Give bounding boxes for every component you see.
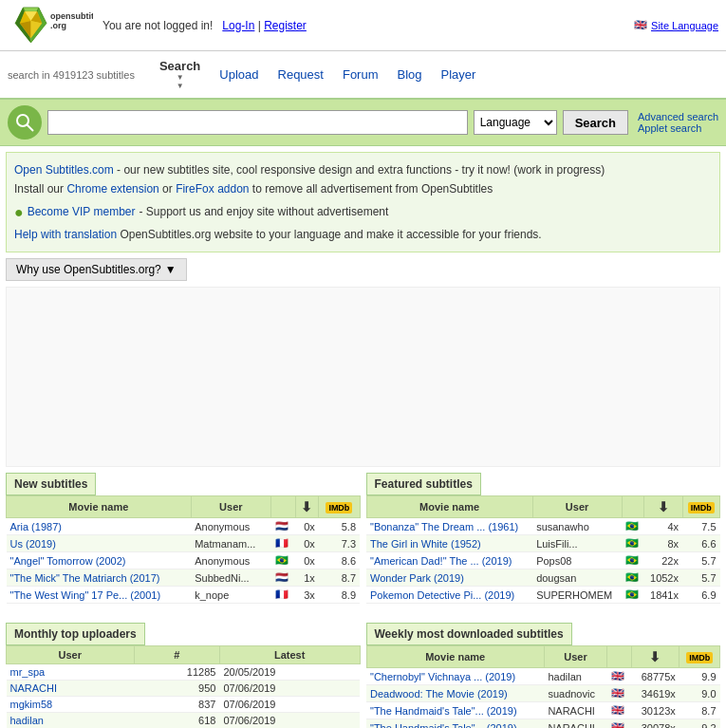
movie-link[interactable]: "Angel" Tomorrow (2002) [10, 555, 126, 567]
why-use: Why use OpenSubtitles.org? ▼ [6, 258, 720, 281]
table-row: Aria (1987) Anonymous 🇳🇱 0x 5.8 [7, 518, 361, 535]
logo-area: opensubtitles .org [8, 4, 93, 47]
svg-line-15 [28, 125, 34, 132]
nav-upload[interactable]: Upload [210, 64, 268, 85]
register-link[interactable]: Register [264, 19, 307, 32]
translate-link[interactable]: Help with translation [14, 228, 117, 241]
rating-cell: 8.9 [319, 587, 360, 604]
two-col: New subtitles Movie name User ⬇ IMDb [6, 473, 720, 615]
site-language[interactable]: 🇬🇧 Site Language [634, 19, 718, 31]
feat-imdb-col-header: IMDb [682, 496, 720, 518]
table-row: mgkim58 837 07/06/2019 [7, 697, 361, 713]
bottom-left: Monthly top uploaders User # Latest mr_s… [6, 623, 361, 728]
movie-link[interactable]: Wonder Park (2019) [370, 572, 464, 584]
flag-cell: 🇧🇷 [622, 518, 643, 535]
movie-cell: "The West Wing" 17 Pe... (2001) [7, 587, 192, 604]
info-line2: Install our Chrome extension or FireFox … [14, 179, 712, 198]
feat-download-icon: ⬇ [658, 499, 669, 514]
download-icon: ⬇ [301, 499, 312, 514]
why-use-label: Why use OpenSubtitles.org? [16, 263, 161, 276]
movie-link[interactable]: "Bonanza" The Dream ... (1961) [370, 521, 518, 532]
table-row: "The West Wing" 17 Pe... (2001) k_nope 🇫… [7, 587, 361, 604]
vip-link[interactable]: Become VIP member [28, 202, 136, 221]
table-row: "Chernobyl" Vichnaya ... (2019) hadilan … [366, 668, 720, 685]
monthly-uploaders-section: Monthly top uploaders User # Latest mr_s… [6, 623, 361, 728]
user-cell: mr_spa [7, 664, 135, 681]
count-cell: 950 [134, 681, 219, 697]
flag-icon: 🇳🇱 [275, 571, 289, 583]
user-cell: LuisFili... [532, 535, 622, 552]
user-cell: hadilan [7, 713, 135, 728]
user-cell: hadilan [544, 668, 606, 685]
movie-link[interactable]: The Girl in White (1952) [370, 538, 481, 550]
flag-icon: 🇬🇧 [611, 704, 624, 716]
count-cell: 22x [644, 552, 683, 569]
feat-imdb-badge: IMDb [688, 502, 715, 513]
open-subtitles-link[interactable]: Open Subtitles.com [14, 163, 114, 177]
why-use-button[interactable]: Why use OpenSubtitles.org? ▼ [6, 258, 187, 281]
movie-link[interactable]: "Chernobyl" Vichnaya ... (2019) [370, 671, 515, 682]
nav-forum[interactable]: Forum [333, 64, 388, 85]
rating-cell: 9.9 [679, 668, 720, 685]
count-cell: 4x [644, 518, 683, 535]
search-input[interactable] [47, 110, 468, 135]
latest-cell: 07/06/2019 [219, 697, 360, 713]
movie-link[interactable]: "The Mick" The Matriarch (2017) [10, 572, 160, 584]
flag-icon: 🇫🇷 [275, 537, 289, 549]
table-row: The Girl in White (1952) LuisFili... 🇧🇷 … [366, 535, 720, 552]
rating-cell: 8.7 [319, 569, 360, 587]
search-button[interactable]: Search [563, 110, 628, 135]
flag-icon: 🇬🇧 [611, 687, 624, 699]
featured-subtitles-table: Movie name User ⬇ IMDb "Bonanza" The Dre… [366, 495, 721, 604]
site-language-link[interactable]: Site Language [651, 20, 718, 31]
applet-search-link[interactable]: Applet search [638, 122, 718, 134]
user-link[interactable]: NARACHI [10, 682, 58, 694]
advanced-search-link[interactable]: Advanced search [638, 111, 718, 122]
user-link[interactable]: hadilan [10, 715, 44, 726]
info-line3: ● Become VIP member - Support us and enj… [14, 199, 712, 225]
movie-link[interactable]: Deadwood: The Movie (2019) [370, 688, 508, 700]
movie-link[interactable]: "The Handmaid's Tale"... (2019) [370, 705, 517, 717]
movie-link[interactable]: Aria (1987) [10, 521, 62, 532]
wd-imdb-badge: IMDb [686, 652, 713, 663]
user-link[interactable]: mgkim58 [10, 699, 53, 710]
user-link[interactable]: mr_spa [10, 666, 46, 678]
user-cell: NARACHI [544, 702, 606, 719]
rating-cell: 5.7 [682, 552, 720, 569]
logo-svg: opensubtitles .org [8, 4, 93, 47]
not-logged-in-text: You are not logged in! [102, 19, 213, 32]
flag-cell: 🇧🇷 [622, 535, 643, 552]
nav-blog[interactable]: Blog [388, 64, 432, 85]
movie-cell: Deadwood: The Movie (2019) [366, 685, 544, 702]
new-dl-col-header: ⬇ [295, 496, 319, 518]
flag-cell: 🇬🇧 [607, 702, 631, 719]
uk-flag-icon: 🇬🇧 [634, 19, 647, 31]
rating-cell: 6.9 [682, 587, 720, 604]
flag-cell: 🇬🇧 [607, 668, 631, 685]
new-imdb-col-header: IMDb [319, 496, 360, 518]
user-cell: dougsan [532, 569, 622, 587]
language-select[interactable]: Language English French Spanish Portugue… [474, 110, 557, 135]
movie-link[interactable]: Us (2019) [10, 538, 56, 550]
user-cell: suadnovic [544, 685, 606, 702]
nav-request[interactable]: Request [269, 64, 333, 85]
chrome-extension-link[interactable]: Chrome extension [66, 182, 158, 196]
firefox-addon-link[interactable]: FireFox addon [176, 182, 249, 196]
flag-cell: 🇬🇧 [607, 685, 631, 702]
movie-link[interactable]: "American Dad!" The ... (2019) [370, 555, 512, 567]
flag-cell: 🇳🇱 [271, 518, 296, 535]
nav-player[interactable]: Player [432, 64, 486, 85]
movie-cell: "The Mick" The Matriarch (2017) [7, 569, 192, 587]
flag-cell: 🇧🇷 [622, 552, 643, 569]
movie-link[interactable]: Pokemon Detective Pi... (2019) [370, 589, 514, 601]
nav-search[interactable]: Search ▼ [150, 55, 210, 94]
user-cell: NARACHI [544, 719, 606, 728]
flag-icon: 🇧🇷 [275, 554, 289, 566]
flag-icon: 🇧🇷 [625, 537, 639, 549]
login-link[interactable]: Log-In [222, 19, 254, 32]
count-cell: 11285 [134, 664, 219, 681]
movie-link[interactable]: "The West Wing" 17 Pe... (2001) [10, 589, 161, 601]
movie-link[interactable]: "The Handmaid's Tale"... (2019) [370, 722, 517, 728]
flag-icon: 🇬🇧 [611, 670, 624, 681]
search-icon [14, 112, 35, 133]
